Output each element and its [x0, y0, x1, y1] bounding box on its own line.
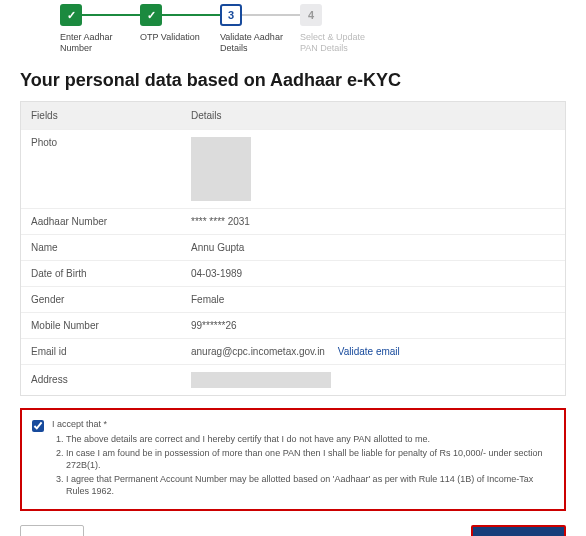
aadhaar-value: **** **** 2031 — [191, 216, 555, 227]
address-placeholder — [191, 372, 331, 388]
kyc-table: Fields Details Photo Aadhaar Number ****… — [20, 101, 566, 396]
stepper: Enter Aadhar Number OTP Validation 3 Val… — [0, 0, 586, 64]
header-fields: Fields — [31, 110, 191, 121]
step-3: 3 Validate Aadhar Details — [220, 4, 300, 54]
gender-value: Female — [191, 294, 555, 305]
step-2: OTP Validation — [140, 4, 220, 43]
mobile-value: 99******26 — [191, 320, 555, 331]
email-label: Email id — [31, 346, 191, 357]
step-2-label: OTP Validation — [140, 32, 200, 43]
row-mobile: Mobile Number 99******26 — [21, 312, 565, 338]
step-4: 4 Select & Update PAN Details — [300, 4, 380, 54]
aadhaar-label: Aadhaar Number — [31, 216, 191, 227]
check-icon — [67, 9, 76, 22]
step-4-box: 4 — [300, 4, 322, 26]
connector-3 — [242, 14, 300, 16]
action-bar: Cancel Continue › — [0, 511, 586, 536]
step-3-box: 3 — [220, 4, 242, 26]
photo-label: Photo — [31, 137, 191, 148]
table-header: Fields Details — [21, 102, 565, 129]
consent-text: I accept that * The above details are co… — [52, 418, 554, 500]
header-details: Details — [191, 110, 555, 121]
row-dob: Date of Birth 04-03-1989 — [21, 260, 565, 286]
page-title: Your personal data based on Aadhaar e-KY… — [0, 64, 586, 101]
name-value: Annu Gupta — [191, 242, 555, 253]
consent-lead: I accept that * — [52, 418, 554, 430]
connector-2 — [162, 14, 220, 16]
step-4-label: Select & Update PAN Details — [300, 32, 365, 54]
email-value: anurag@cpc.incometax.gov.in — [191, 346, 325, 357]
name-label: Name — [31, 242, 191, 253]
step-3-label: Validate Aadhar Details — [220, 32, 283, 54]
row-name: Name Annu Gupta — [21, 234, 565, 260]
row-aadhaar: Aadhaar Number **** **** 2031 — [21, 208, 565, 234]
step-2-box — [140, 4, 162, 26]
step-1: Enter Aadhar Number — [60, 4, 140, 54]
consent-item-3: I agree that Permanent Account Number ma… — [66, 473, 554, 497]
consent-box: I accept that * The above details are co… — [20, 408, 566, 512]
gender-label: Gender — [31, 294, 191, 305]
connector-1 — [82, 14, 140, 16]
check-icon — [147, 9, 156, 22]
dob-label: Date of Birth — [31, 268, 191, 279]
row-address: Address — [21, 364, 565, 395]
consent-item-1: The above details are correct and I here… — [66, 433, 554, 445]
mobile-label: Mobile Number — [31, 320, 191, 331]
dob-value: 04-03-1989 — [191, 268, 555, 279]
step-1-label: Enter Aadhar Number — [60, 32, 113, 54]
cancel-button[interactable]: Cancel — [20, 525, 84, 536]
consent-item-2: In case I am found be in possession of m… — [66, 447, 554, 471]
row-photo: Photo — [21, 129, 565, 208]
row-email: Email id anurag@cpc.incometax.gov.in Val… — [21, 338, 565, 364]
consent-checkbox[interactable] — [32, 420, 44, 432]
validate-email-link[interactable]: Validate email — [338, 346, 400, 357]
step-1-box — [60, 4, 82, 26]
photo-placeholder — [191, 137, 251, 201]
continue-button[interactable]: Continue › — [471, 525, 566, 536]
address-label: Address — [31, 374, 191, 385]
row-gender: Gender Female — [21, 286, 565, 312]
